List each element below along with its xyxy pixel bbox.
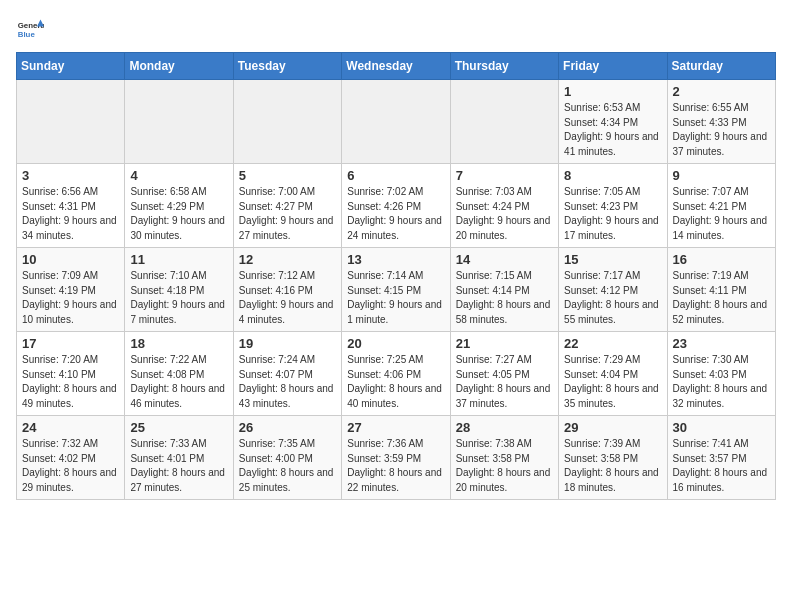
day-number: 15 — [564, 252, 661, 267]
day-info: Sunrise: 7:33 AM Sunset: 4:01 PM Dayligh… — [130, 437, 227, 495]
day-info: Sunrise: 7:36 AM Sunset: 3:59 PM Dayligh… — [347, 437, 444, 495]
calendar-cell: 11Sunrise: 7:10 AM Sunset: 4:18 PM Dayli… — [125, 248, 233, 332]
day-info: Sunrise: 6:56 AM Sunset: 4:31 PM Dayligh… — [22, 185, 119, 243]
day-number: 21 — [456, 336, 553, 351]
day-info: Sunrise: 7:27 AM Sunset: 4:05 PM Dayligh… — [456, 353, 553, 411]
day-header-wednesday: Wednesday — [342, 53, 450, 80]
calendar-cell: 3Sunrise: 6:56 AM Sunset: 4:31 PM Daylig… — [17, 164, 125, 248]
days-header-row: SundayMondayTuesdayWednesdayThursdayFrid… — [17, 53, 776, 80]
calendar-cell: 10Sunrise: 7:09 AM Sunset: 4:19 PM Dayli… — [17, 248, 125, 332]
day-info: Sunrise: 7:05 AM Sunset: 4:23 PM Dayligh… — [564, 185, 661, 243]
week-row-4: 17Sunrise: 7:20 AM Sunset: 4:10 PM Dayli… — [17, 332, 776, 416]
day-info: Sunrise: 7:09 AM Sunset: 4:19 PM Dayligh… — [22, 269, 119, 327]
calendar-cell: 7Sunrise: 7:03 AM Sunset: 4:24 PM Daylig… — [450, 164, 558, 248]
calendar-cell: 21Sunrise: 7:27 AM Sunset: 4:05 PM Dayli… — [450, 332, 558, 416]
calendar-cell: 15Sunrise: 7:17 AM Sunset: 4:12 PM Dayli… — [559, 248, 667, 332]
day-info: Sunrise: 6:55 AM Sunset: 4:33 PM Dayligh… — [673, 101, 770, 159]
day-info: Sunrise: 7:30 AM Sunset: 4:03 PM Dayligh… — [673, 353, 770, 411]
day-number: 27 — [347, 420, 444, 435]
calendar-cell: 30Sunrise: 7:41 AM Sunset: 3:57 PM Dayli… — [667, 416, 775, 500]
calendar-cell: 28Sunrise: 7:38 AM Sunset: 3:58 PM Dayli… — [450, 416, 558, 500]
day-number: 13 — [347, 252, 444, 267]
day-number: 6 — [347, 168, 444, 183]
logo-icon: General Blue — [16, 16, 44, 44]
calendar-cell: 4Sunrise: 6:58 AM Sunset: 4:29 PM Daylig… — [125, 164, 233, 248]
calendar-cell: 24Sunrise: 7:32 AM Sunset: 4:02 PM Dayli… — [17, 416, 125, 500]
day-number: 29 — [564, 420, 661, 435]
calendar-cell: 14Sunrise: 7:15 AM Sunset: 4:14 PM Dayli… — [450, 248, 558, 332]
day-info: Sunrise: 7:19 AM Sunset: 4:11 PM Dayligh… — [673, 269, 770, 327]
day-info: Sunrise: 7:29 AM Sunset: 4:04 PM Dayligh… — [564, 353, 661, 411]
day-info: Sunrise: 7:02 AM Sunset: 4:26 PM Dayligh… — [347, 185, 444, 243]
day-info: Sunrise: 7:35 AM Sunset: 4:00 PM Dayligh… — [239, 437, 336, 495]
day-number: 4 — [130, 168, 227, 183]
day-info: Sunrise: 7:25 AM Sunset: 4:06 PM Dayligh… — [347, 353, 444, 411]
day-number: 22 — [564, 336, 661, 351]
calendar-cell: 22Sunrise: 7:29 AM Sunset: 4:04 PM Dayli… — [559, 332, 667, 416]
day-info: Sunrise: 7:41 AM Sunset: 3:57 PM Dayligh… — [673, 437, 770, 495]
calendar-cell — [342, 80, 450, 164]
day-header-monday: Monday — [125, 53, 233, 80]
logo: General Blue — [16, 16, 44, 44]
day-info: Sunrise: 7:32 AM Sunset: 4:02 PM Dayligh… — [22, 437, 119, 495]
calendar-cell: 5Sunrise: 7:00 AM Sunset: 4:27 PM Daylig… — [233, 164, 341, 248]
day-number: 26 — [239, 420, 336, 435]
day-number: 7 — [456, 168, 553, 183]
day-number: 9 — [673, 168, 770, 183]
calendar-cell: 29Sunrise: 7:39 AM Sunset: 3:58 PM Dayli… — [559, 416, 667, 500]
calendar-cell: 19Sunrise: 7:24 AM Sunset: 4:07 PM Dayli… — [233, 332, 341, 416]
calendar-cell: 8Sunrise: 7:05 AM Sunset: 4:23 PM Daylig… — [559, 164, 667, 248]
day-header-saturday: Saturday — [667, 53, 775, 80]
calendar-cell: 12Sunrise: 7:12 AM Sunset: 4:16 PM Dayli… — [233, 248, 341, 332]
day-info: Sunrise: 7:22 AM Sunset: 4:08 PM Dayligh… — [130, 353, 227, 411]
day-info: Sunrise: 7:03 AM Sunset: 4:24 PM Dayligh… — [456, 185, 553, 243]
day-info: Sunrise: 6:53 AM Sunset: 4:34 PM Dayligh… — [564, 101, 661, 159]
day-number: 3 — [22, 168, 119, 183]
day-info: Sunrise: 7:15 AM Sunset: 4:14 PM Dayligh… — [456, 269, 553, 327]
calendar-cell: 1Sunrise: 6:53 AM Sunset: 4:34 PM Daylig… — [559, 80, 667, 164]
calendar-cell — [125, 80, 233, 164]
calendar-cell: 26Sunrise: 7:35 AM Sunset: 4:00 PM Dayli… — [233, 416, 341, 500]
calendar-cell: 20Sunrise: 7:25 AM Sunset: 4:06 PM Dayli… — [342, 332, 450, 416]
calendar-cell: 6Sunrise: 7:02 AM Sunset: 4:26 PM Daylig… — [342, 164, 450, 248]
day-info: Sunrise: 7:24 AM Sunset: 4:07 PM Dayligh… — [239, 353, 336, 411]
calendar-table: SundayMondayTuesdayWednesdayThursdayFrid… — [16, 52, 776, 500]
day-number: 10 — [22, 252, 119, 267]
day-header-thursday: Thursday — [450, 53, 558, 80]
day-info: Sunrise: 6:58 AM Sunset: 4:29 PM Dayligh… — [130, 185, 227, 243]
svg-text:Blue: Blue — [18, 30, 36, 39]
calendar-cell: 13Sunrise: 7:14 AM Sunset: 4:15 PM Dayli… — [342, 248, 450, 332]
day-number: 12 — [239, 252, 336, 267]
day-number: 23 — [673, 336, 770, 351]
day-number: 14 — [456, 252, 553, 267]
calendar-cell: 18Sunrise: 7:22 AM Sunset: 4:08 PM Dayli… — [125, 332, 233, 416]
day-info: Sunrise: 7:00 AM Sunset: 4:27 PM Dayligh… — [239, 185, 336, 243]
calendar-cell: 25Sunrise: 7:33 AM Sunset: 4:01 PM Dayli… — [125, 416, 233, 500]
week-row-2: 3Sunrise: 6:56 AM Sunset: 4:31 PM Daylig… — [17, 164, 776, 248]
day-number: 25 — [130, 420, 227, 435]
calendar-cell — [17, 80, 125, 164]
day-number: 2 — [673, 84, 770, 99]
week-row-1: 1Sunrise: 6:53 AM Sunset: 4:34 PM Daylig… — [17, 80, 776, 164]
day-number: 1 — [564, 84, 661, 99]
day-info: Sunrise: 7:17 AM Sunset: 4:12 PM Dayligh… — [564, 269, 661, 327]
calendar-cell — [450, 80, 558, 164]
day-header-tuesday: Tuesday — [233, 53, 341, 80]
day-info: Sunrise: 7:10 AM Sunset: 4:18 PM Dayligh… — [130, 269, 227, 327]
day-info: Sunrise: 7:39 AM Sunset: 3:58 PM Dayligh… — [564, 437, 661, 495]
calendar-cell: 27Sunrise: 7:36 AM Sunset: 3:59 PM Dayli… — [342, 416, 450, 500]
calendar-cell: 23Sunrise: 7:30 AM Sunset: 4:03 PM Dayli… — [667, 332, 775, 416]
day-number: 11 — [130, 252, 227, 267]
day-header-sunday: Sunday — [17, 53, 125, 80]
day-number: 18 — [130, 336, 227, 351]
calendar-cell: 17Sunrise: 7:20 AM Sunset: 4:10 PM Dayli… — [17, 332, 125, 416]
header: General Blue — [16, 16, 776, 44]
day-number: 16 — [673, 252, 770, 267]
calendar-cell — [233, 80, 341, 164]
week-row-3: 10Sunrise: 7:09 AM Sunset: 4:19 PM Dayli… — [17, 248, 776, 332]
day-number: 19 — [239, 336, 336, 351]
day-info: Sunrise: 7:38 AM Sunset: 3:58 PM Dayligh… — [456, 437, 553, 495]
calendar-cell: 2Sunrise: 6:55 AM Sunset: 4:33 PM Daylig… — [667, 80, 775, 164]
day-header-friday: Friday — [559, 53, 667, 80]
day-info: Sunrise: 7:14 AM Sunset: 4:15 PM Dayligh… — [347, 269, 444, 327]
